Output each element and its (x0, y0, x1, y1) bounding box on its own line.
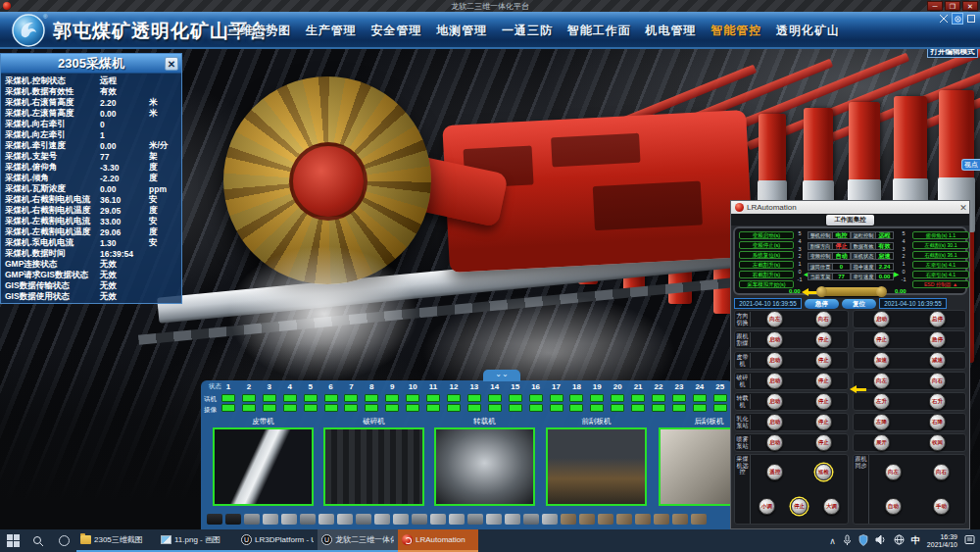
tray-expand-icon[interactable]: ∧ (829, 536, 836, 546)
speaker-icon[interactable] (875, 534, 887, 547)
equipment-control-button[interactable]: 向右 (929, 373, 946, 389)
equipment-control-button[interactable]: 手动 (933, 498, 950, 515)
notification-center-icon[interactable] (964, 534, 975, 547)
nav-item-smart-workface[interactable]: 智能工作面 (567, 23, 631, 39)
close-icon[interactable]: ✕ (957, 203, 969, 213)
minimize-button[interactable]: ─ (927, 1, 943, 11)
automation-function-button[interactable]: 左截割升(s) (739, 261, 794, 269)
equipment-control-button[interactable]: 停止 (815, 331, 832, 348)
microphone-icon[interactable] (843, 534, 852, 548)
camera-feed-front-scraper[interactable] (546, 427, 647, 506)
film-thumbnail[interactable] (579, 514, 595, 525)
film-thumbnail[interactable] (449, 514, 465, 525)
equipment-control-button[interactable]: 大调 (823, 498, 840, 515)
film-thumbnail[interactable] (281, 514, 297, 525)
equipment-control-button[interactable]: 停止 (815, 393, 832, 410)
film-thumbnail[interactable] (374, 514, 390, 525)
automation-function-button[interactable]: 变频启动(s) (739, 231, 794, 239)
camera-feed-crusher[interactable] (323, 427, 424, 506)
emergency-stop-button[interactable]: 急停 (805, 299, 839, 309)
equipment-control-button[interactable]: 停止 (815, 352, 832, 369)
equipment-control-button[interactable]: 启动 (873, 311, 890, 327)
collapse-panel-button[interactable]: ⌄⌄ (483, 370, 520, 381)
film-thumbnail[interactable] (412, 514, 427, 525)
equipment-control-button[interactable]: 急停 (929, 331, 946, 348)
equipment-control-button[interactable]: 右升 (929, 393, 946, 410)
film-thumbnail[interactable] (263, 514, 278, 525)
film-thumbnail[interactable] (467, 514, 483, 525)
search-icon[interactable] (25, 529, 51, 552)
film-thumbnail[interactable] (207, 514, 222, 525)
equipment-control-button[interactable]: 遥控 (766, 464, 783, 480)
nav-item-electromechanical[interactable]: 机电管理 (646, 23, 697, 39)
automation-function-button[interactable]: 右截割升(s) (739, 271, 794, 278)
tab-workface-control[interactable]: 工作面集控 (826, 215, 874, 226)
film-thumbnail[interactable] (561, 514, 576, 525)
equipment-control-button[interactable]: 左升 (873, 393, 890, 410)
clock[interactable]: 16:39 2021/4/10 (927, 533, 957, 549)
equipment-control-button[interactable]: 启动 (766, 331, 783, 348)
nav-item-smart-control[interactable]: 智能管控 (710, 23, 761, 39)
equipment-control-button[interactable]: 向右 (815, 311, 832, 327)
equipment-control-button[interactable]: 停止 (815, 434, 832, 451)
film-thumbnail[interactable] (635, 514, 651, 525)
automation-function-button[interactable]: 系统复位(s) (739, 251, 794, 259)
film-thumbnail[interactable] (430, 514, 446, 525)
camera-feed-rear-scraper[interactable] (659, 427, 733, 506)
tools-icon[interactable] (938, 13, 950, 25)
equipment-control-button[interactable]: 向左 (873, 373, 890, 389)
taskbar-item-lr3dplatform[interactable]: U LR3DPlatform - U... (237, 529, 318, 552)
equipment-control-button[interactable]: 收回 (929, 434, 946, 451)
film-thumbnail[interactable] (300, 514, 316, 525)
nav-item-production[interactable]: 生产管理 (306, 23, 357, 39)
equipment-control-button[interactable]: 左降 (873, 414, 890, 430)
close-icon[interactable]: ✕ (165, 57, 178, 71)
fullscreen-icon[interactable] (965, 13, 977, 25)
film-thumbnail[interactable] (318, 514, 334, 525)
camera-feed-belt-conveyor[interactable] (213, 427, 314, 506)
taskbar-item-platform-active[interactable]: U 龙软二三维一体化... (318, 529, 398, 552)
nav-item-3d-situation[interactable]: 三维态势图 (227, 23, 291, 39)
task-view-icon[interactable] (51, 529, 76, 552)
taskbar-item-lrautomation[interactable]: LRAutomation (398, 529, 478, 552)
start-button[interactable] (0, 529, 25, 552)
reset-button[interactable]: 复位 (842, 299, 876, 309)
security-shield-icon[interactable] (858, 534, 868, 548)
film-thumbnail[interactable] (672, 514, 688, 525)
taskbar-item-screenshots-folder[interactable]: 2305三维截图 (76, 529, 157, 552)
equipment-control-button[interactable]: 自动 (885, 498, 902, 515)
camera-feed-transfer[interactable] (434, 427, 535, 506)
film-thumbnail[interactable] (523, 514, 539, 525)
equipment-control-button[interactable]: 加速 (873, 352, 890, 369)
film-thumbnail[interactable] (542, 514, 558, 525)
equipment-control-button[interactable]: 展开 (873, 434, 890, 451)
taskbar-item-paint[interactable]: 11.png - 画图 (157, 529, 237, 552)
film-thumbnail[interactable] (244, 514, 260, 525)
nav-item-safety[interactable]: 安全管理 (371, 23, 422, 39)
gear-icon[interactable] (952, 13, 963, 25)
equipment-control-button[interactable]: 小调 (759, 498, 775, 515)
film-thumbnail[interactable] (505, 514, 520, 525)
nav-item-ventilation[interactable]: 一通三防 (502, 23, 553, 39)
equipment-control-button[interactable]: 启动 (766, 393, 783, 410)
film-thumbnail[interactable] (356, 514, 371, 525)
equipment-control-button[interactable]: 向左 (885, 464, 902, 480)
close-button[interactable]: ✕ (962, 1, 978, 11)
equipment-control-button[interactable]: 停止 (791, 498, 808, 515)
equipment-control-button[interactable]: 停止 (873, 331, 890, 348)
film-thumbnail[interactable] (598, 514, 613, 525)
film-thumbnail[interactable] (691, 514, 707, 525)
equipment-control-button[interactable]: 启动 (766, 352, 783, 369)
nav-item-transparent-mine[interactable]: 透明化矿山 (776, 23, 840, 39)
equipment-control-button[interactable]: 巡检 (815, 464, 832, 480)
film-thumbnail[interactable] (616, 514, 632, 525)
equipment-control-button[interactable]: 右降 (929, 414, 946, 430)
film-thumbnail[interactable] (654, 514, 669, 525)
equipment-control-button[interactable]: 停止 (815, 414, 832, 430)
equipment-control-button[interactable]: 总停 (929, 311, 946, 327)
automation-function-button[interactable]: 采车模拟开始(s) (739, 280, 794, 288)
ime-indicator[interactable]: 中 (911, 534, 920, 547)
viewpoint-tab[interactable]: 视点 (961, 159, 980, 171)
equipment-control-button[interactable]: 启动 (766, 414, 783, 430)
equipment-control-button[interactable]: 向左 (766, 311, 783, 327)
